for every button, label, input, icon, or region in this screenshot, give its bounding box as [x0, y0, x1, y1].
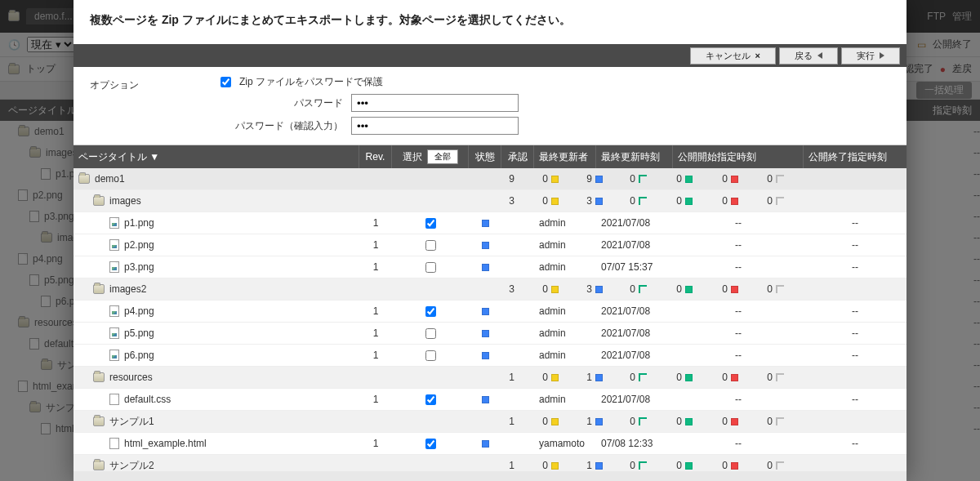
row-status: [425, 168, 457, 189]
select-all-button[interactable]: 全部: [427, 149, 458, 164]
status-icon: [482, 264, 489, 271]
row-publish-end: --: [804, 323, 906, 344]
col-updater[interactable]: 最終更新者: [534, 145, 596, 168]
options-panel: オプション Zip ファイルをパスワードで保護 パスワード パスワード（確認入力…: [74, 67, 906, 145]
row-rev: 1: [359, 301, 392, 322]
status-icon: [482, 396, 489, 403]
password-input[interactable]: [351, 94, 519, 112]
row-select-checkbox[interactable]: [425, 262, 436, 273]
folder-icon: [93, 284, 105, 294]
row-publish-start: --: [673, 256, 804, 278]
col-publish-end[interactable]: 公開終了指定時刻: [804, 145, 906, 168]
col-title[interactable]: ページタイトル ▼: [74, 145, 359, 168]
row-status: [425, 190, 457, 212]
row-rev: 1: [359, 234, 392, 256]
row-status: [425, 455, 457, 471]
col-approval[interactable]: 承認: [501, 145, 534, 168]
table-row[interactable]: images3030000: [74, 190, 906, 212]
table-row[interactable]: サンプル21010000: [74, 455, 906, 471]
row-name: html_example.html: [124, 438, 207, 449]
row-select-checkbox[interactable]: [425, 350, 436, 361]
row-select-checkbox[interactable]: [425, 218, 436, 229]
options-heading: オプション: [90, 75, 220, 140]
row-select-checkbox[interactable]: [425, 240, 436, 251]
cancel-button[interactable]: キャンセル×: [690, 47, 776, 65]
table-row[interactable]: images23030000: [74, 278, 906, 301]
row-select-cell: [392, 323, 469, 344]
row-status: [469, 389, 501, 410]
row-rev: [318, 278, 350, 300]
row-rev: 1: [359, 433, 392, 454]
row-publish-end: --: [804, 212, 906, 234]
col-status[interactable]: 状態: [469, 145, 501, 168]
row-updater: admin: [534, 389, 596, 410]
row-name: images2: [109, 283, 146, 295]
table-row[interactable]: p6.png1admin2021/07/08----: [74, 345, 906, 367]
chevron-left-icon: [817, 52, 822, 59]
status-icon: [482, 440, 489, 448]
row-updated: 2021/07/08: [596, 389, 673, 410]
table-row[interactable]: default.css1admin2021/07/08----: [74, 389, 906, 411]
row-name: p1.png: [124, 217, 154, 229]
row-status: [425, 278, 457, 300]
table-row[interactable]: p2.png1admin2021/07/08----: [74, 234, 906, 256]
password-confirm-input[interactable]: [351, 117, 519, 135]
row-select-checkbox[interactable]: [425, 306, 436, 317]
table-row[interactable]: p1.png1admin2021/07/08----: [74, 212, 906, 234]
row-updater: admin: [534, 323, 596, 344]
row-name: p4.png: [124, 305, 154, 317]
table-row[interactable]: html_example.html1yamamoto07/08 12:33---…: [74, 433, 906, 455]
row-publish-start: --: [673, 433, 804, 454]
row-name: サンプル1: [109, 415, 154, 429]
folder-icon: [78, 174, 90, 184]
password-protect-checkbox[interactable]: [220, 77, 231, 87]
col-select: 選択 全部: [392, 145, 469, 168]
table-row[interactable]: resources1010000: [74, 367, 906, 389]
row-select-cell: [350, 168, 425, 189]
col-rev[interactable]: Rev.: [359, 145, 392, 168]
folder-icon: [93, 461, 105, 470]
row-rev: [318, 168, 350, 189]
chevron-right-icon: [880, 52, 884, 59]
table-row[interactable]: p5.png1admin2021/07/08----: [74, 323, 906, 345]
row-name: p6.png: [124, 350, 154, 361]
row-select-checkbox[interactable]: [425, 328, 436, 339]
row-publish-end: --: [804, 433, 906, 454]
row-select-cell: [392, 301, 469, 322]
row-select-cell: [392, 234, 469, 256]
row-publish-start: --: [673, 234, 804, 256]
execute-button[interactable]: 実行: [841, 47, 900, 65]
row-status: [425, 411, 457, 432]
row-status: [425, 367, 457, 388]
back-button[interactable]: 戻る: [779, 47, 838, 65]
row-updated: 07/08 12:33: [596, 433, 673, 454]
row-publish-start: --: [673, 323, 804, 344]
row-select-checkbox[interactable]: [425, 439, 436, 449]
table-row[interactable]: p3.png1admin07/07 15:37----: [74, 256, 906, 278]
table-row[interactable]: サンプル11010000: [74, 411, 906, 433]
status-icon: [482, 220, 489, 227]
file-icon: [109, 438, 119, 449]
export-zip-dialog: 複数ページを Zip ファイルにまとめてエキスポートします。対象ページを選択して…: [74, 0, 906, 481]
password-confirm-label: パスワード（確認入力）: [220, 119, 343, 133]
table-row[interactable]: p4.png1admin2021/07/08----: [74, 301, 906, 323]
dialog-button-bar: キャンセル× 戻る 実行: [74, 44, 906, 67]
row-select-checkbox[interactable]: [425, 394, 436, 405]
row-rev: [318, 455, 350, 471]
password-label: パスワード: [220, 96, 343, 110]
table-body[interactable]: demo19090000images3030000p1.png1admin202…: [74, 168, 906, 471]
col-updated[interactable]: 最終更新時刻: [596, 145, 673, 168]
dialog-title: 複数ページを Zip ファイルにまとめてエキスポートします。対象ページを選択して…: [74, 0, 906, 44]
table-row[interactable]: demo19090000: [74, 168, 906, 190]
table-header: ページタイトル ▼ Rev. 選択 全部 状態 承認 最終更新者 最終更新時刻 …: [74, 145, 906, 168]
folder-icon: [93, 372, 105, 382]
row-rev: 1: [359, 212, 392, 234]
row-publish-end: --: [804, 345, 906, 366]
row-select-cell: [350, 190, 425, 212]
row-counts: 1010000: [490, 372, 906, 383]
row-rev: 1: [359, 389, 392, 410]
row-publish-end: --: [804, 301, 906, 322]
col-publish-start[interactable]: 公開開始指定時刻: [673, 145, 804, 168]
password-protect-label: Zip ファイルをパスワードで保護: [239, 75, 383, 89]
row-status: [469, 323, 501, 344]
